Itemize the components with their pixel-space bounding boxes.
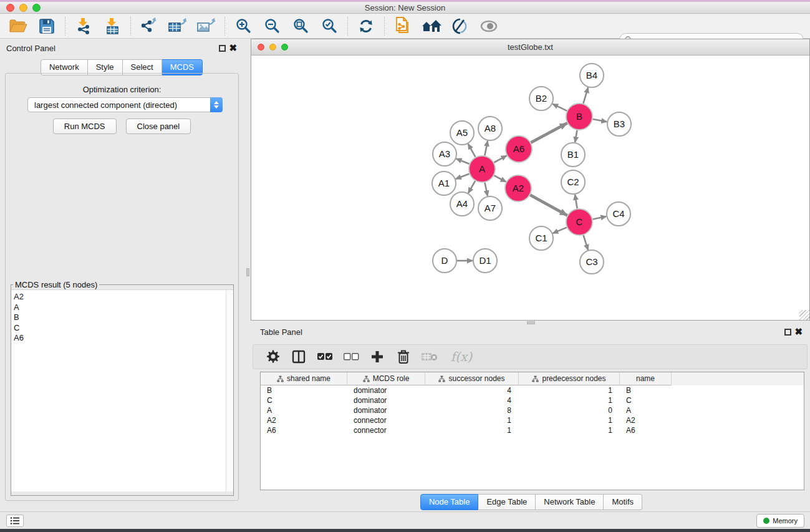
graph-node-A3[interactable]: A3 bbox=[433, 142, 456, 166]
save-session-icon[interactable] bbox=[36, 16, 57, 36]
tab-node-table[interactable]: Node Table bbox=[420, 494, 479, 510]
mcds-result-item[interactable]: A2 bbox=[14, 292, 224, 302]
edge-B-B1[interactable] bbox=[575, 130, 577, 143]
new-network-icon[interactable] bbox=[392, 16, 413, 36]
edge-A-A8[interactable] bbox=[485, 141, 488, 156]
table-row[interactable]: A6connector11A6 bbox=[261, 425, 804, 435]
memory-button[interactable]: Memory bbox=[756, 514, 804, 528]
eye-icon[interactable] bbox=[478, 16, 499, 36]
zoom-in-icon[interactable] bbox=[233, 16, 254, 36]
edge-C-C3[interactable] bbox=[584, 235, 588, 250]
close-panel-icon[interactable]: ✖ bbox=[229, 44, 237, 51]
network-window-titlebar[interactable]: testGlobe.txt bbox=[251, 39, 809, 56]
graph-node-C3[interactable]: C3 bbox=[580, 250, 604, 274]
edge-A-A3[interactable] bbox=[456, 158, 470, 163]
edge-A6-B[interactable] bbox=[531, 123, 567, 142]
edge-B-B3[interactable] bbox=[593, 119, 607, 122]
table-row[interactable]: Bdominator41B bbox=[261, 385, 804, 395]
network-canvas[interactable]: B4B2BB3A8A5A6A3B1AC2A1A2A4A7C4CC1DD1C3 bbox=[252, 56, 809, 320]
close-panel-icon[interactable]: ✖ bbox=[794, 328, 803, 335]
graph-node-C1[interactable]: C1 bbox=[529, 226, 553, 250]
graph-node-A4[interactable]: A4 bbox=[450, 192, 474, 216]
edge-A2-C[interactable] bbox=[530, 195, 567, 216]
import-table-icon[interactable] bbox=[102, 16, 123, 36]
column-header-shared-name[interactable]: shared name bbox=[261, 372, 347, 385]
mcds-result-item[interactable]: A bbox=[14, 302, 224, 313]
graph-node-C4[interactable]: C4 bbox=[607, 202, 630, 226]
edge-B-B2[interactable] bbox=[552, 104, 567, 111]
resize-grip-icon[interactable] bbox=[799, 310, 809, 320]
edge-C-C1[interactable] bbox=[552, 228, 566, 234]
graph-node-B1[interactable]: B1 bbox=[561, 143, 585, 167]
gear-icon[interactable] bbox=[264, 348, 281, 365]
mcds-result-scrollbar[interactable] bbox=[226, 290, 233, 491]
deselect-all-icon[interactable] bbox=[343, 348, 359, 365]
refresh-icon[interactable] bbox=[355, 16, 377, 36]
node-table[interactable]: shared nameMCDS rolesuccessor nodesprede… bbox=[260, 372, 804, 490]
graph-node-A1[interactable]: A1 bbox=[432, 172, 456, 195]
column-header-name[interactable]: name bbox=[620, 372, 672, 385]
add-icon[interactable] bbox=[369, 348, 385, 365]
mcds-result-item[interactable]: C bbox=[14, 323, 224, 334]
table-row[interactable]: A2connector11A2 bbox=[261, 415, 804, 425]
graph-node-C2[interactable]: C2 bbox=[561, 170, 585, 194]
graph-node-A2[interactable]: A2 bbox=[505, 175, 531, 201]
run-mcds-button[interactable]: Run MCDS bbox=[53, 118, 117, 134]
float-panel-icon[interactable] bbox=[219, 45, 226, 52]
graph-node-D1[interactable]: D1 bbox=[473, 249, 497, 273]
delete-icon[interactable] bbox=[395, 348, 412, 365]
graph-node-B4[interactable]: B4 bbox=[580, 64, 604, 87]
zoom-fit-icon[interactable] bbox=[290, 16, 311, 36]
edge-A-A4[interactable] bbox=[468, 181, 475, 193]
tab-edge-table[interactable]: Edge Table bbox=[478, 494, 536, 510]
edge-C-C4[interactable] bbox=[593, 216, 607, 220]
zoom-out-icon[interactable] bbox=[261, 16, 282, 36]
criterion-select[interactable]: largest connected component (directed) bbox=[27, 97, 223, 112]
export-table-icon[interactable] bbox=[167, 16, 188, 36]
visual-details-icon[interactable] bbox=[450, 16, 471, 36]
tab-motifs[interactable]: Motifs bbox=[604, 494, 642, 510]
graph-node-B[interactable]: B bbox=[566, 104, 592, 130]
column-header-predecessor-nodes[interactable]: predecessor nodes bbox=[519, 372, 620, 385]
network-graph[interactable]: B4B2BB3A8A5A6A3B1AC2A1A2A4A7C4CC1DD1C3 bbox=[252, 56, 809, 320]
session-title: Session: New Session bbox=[0, 3, 810, 12]
tab-network-table[interactable]: Network Table bbox=[536, 494, 604, 510]
edge-B-B4[interactable] bbox=[583, 87, 588, 104]
graph-node-D[interactable]: D bbox=[433, 249, 456, 273]
select-all-icon[interactable] bbox=[317, 348, 333, 365]
edge-A-A6[interactable] bbox=[494, 155, 506, 162]
mcds-result-list[interactable]: A2ABCA6 bbox=[11, 289, 233, 491]
split-column-icon[interactable] bbox=[291, 348, 307, 365]
task-history-button[interactable] bbox=[6, 515, 24, 527]
column-header-mcds-role[interactable]: MCDS role bbox=[347, 372, 425, 385]
zoom-selected-icon[interactable] bbox=[319, 16, 340, 36]
graph-node-A8[interactable]: A8 bbox=[478, 117, 502, 140]
graph-node-A5[interactable]: A5 bbox=[450, 121, 474, 145]
home-icon[interactable] bbox=[421, 16, 442, 36]
graph-node-C[interactable]: C bbox=[566, 209, 592, 235]
splitter-handle[interactable] bbox=[246, 268, 249, 276]
graph-node-A7[interactable]: A7 bbox=[478, 196, 502, 220]
close-panel-button[interactable]: Close panel bbox=[126, 118, 191, 134]
table-row[interactable]: Adominator80A bbox=[261, 405, 804, 415]
table-row[interactable]: Cdominator41C bbox=[261, 395, 804, 405]
edge-C-C2[interactable] bbox=[575, 195, 577, 209]
graph-node-A[interactable]: A bbox=[469, 156, 495, 182]
edge-A-A5[interactable] bbox=[468, 144, 476, 157]
svg-text:B1: B1 bbox=[567, 149, 579, 160]
edge-A-A2[interactable] bbox=[494, 175, 506, 181]
export-image-icon[interactable] bbox=[196, 16, 217, 36]
cell-name: B bbox=[620, 386, 672, 395]
graph-node-B2[interactable]: B2 bbox=[529, 87, 553, 110]
mcds-result-item[interactable]: B bbox=[14, 312, 224, 323]
import-network-icon[interactable] bbox=[73, 16, 94, 36]
mcds-result-item[interactable]: A6 bbox=[14, 333, 224, 344]
export-network-icon[interactable] bbox=[138, 16, 160, 36]
column-header-successor-nodes[interactable]: successor nodes bbox=[425, 372, 519, 385]
open-file-icon[interactable] bbox=[7, 16, 29, 36]
edge-A-A7[interactable] bbox=[485, 183, 488, 196]
edge-A-A1[interactable] bbox=[456, 174, 470, 179]
graph-node-A6[interactable]: A6 bbox=[506, 136, 532, 162]
graph-node-B3[interactable]: B3 bbox=[607, 112, 631, 136]
float-panel-icon[interactable] bbox=[784, 329, 791, 336]
